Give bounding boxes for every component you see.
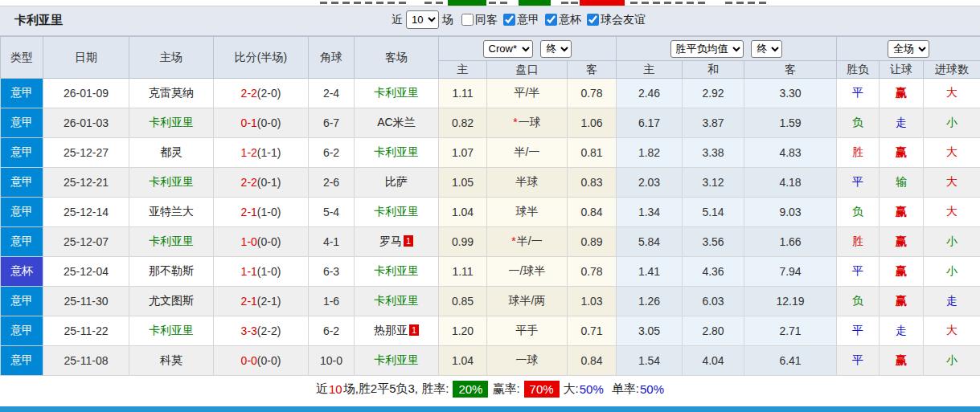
cell-handicap-result: 走	[880, 316, 924, 346]
filter-checkbox-2[interactable]	[545, 14, 557, 26]
europe-odds-select[interactable]: 胜平负均值	[670, 40, 744, 58]
bookmaker-select[interactable]: Crow*	[483, 40, 533, 58]
asian-home-odds: 1.11	[452, 265, 473, 278]
away-team-link[interactable]: 卡利亚里	[374, 86, 419, 99]
cell-asian-home-odds: 0.99	[439, 227, 487, 257]
cell-home-team: 卡利亚里	[129, 168, 214, 198]
corners-value: 6-2	[323, 146, 339, 159]
handicap-value: 半/一	[515, 145, 540, 158]
filter-checkbox-1[interactable]	[503, 14, 515, 26]
home-team-link[interactable]: 那不勒斯	[149, 264, 194, 277]
cell-score: 1-0(0-0)	[214, 227, 309, 257]
cell-avg-away-odds: 4.18	[744, 168, 837, 198]
cell-match-result: 平	[837, 257, 880, 287]
cell-score: 2-2(0-1)	[214, 168, 309, 198]
europe-time-select[interactable]: 终	[751, 40, 782, 58]
cell-corners: 6-2	[309, 316, 355, 346]
cell-score: 2-1(1-0)	[214, 198, 309, 227]
cell-avg-away-odds: 12.19	[744, 287, 837, 316]
match-history-panel: 卡利亚里 近 10 场 同客意甲意杯球会友谊 类型 日期 主场 比分(半场) 角…	[0, 0, 980, 412]
away-team-link[interactable]: 热那亚	[374, 324, 408, 337]
asian-time-select[interactable]: 终	[540, 40, 572, 58]
cell-avg-draw-odds: 5.14	[683, 198, 744, 227]
filter-item-2[interactable]: 意杯	[545, 13, 581, 27]
cell-goals-result: 走	[924, 287, 980, 316]
home-team-link[interactable]: 卡利亚里	[149, 235, 194, 247]
away-team-link[interactable]: 卡利亚里	[374, 264, 419, 277]
fulltime-score: 1-1	[241, 265, 257, 278]
away-team-link[interactable]: 卡利亚里	[374, 145, 419, 158]
cell-home-team: 卡利亚里	[129, 108, 214, 138]
home-team-link[interactable]: 尤文图斯	[149, 294, 194, 307]
table-row: 意甲 26-01-09 克雷莫纳 2-2(2-0) 2-4 卡利亚里 1.11 …	[1, 79, 980, 108]
away-team-link[interactable]: 比萨	[385, 175, 408, 188]
sub-header-avg-draw: 和	[683, 61, 744, 79]
filter-item-1[interactable]: 意甲	[503, 13, 539, 27]
cell-away-team: 卡利亚里	[355, 198, 439, 227]
avg-draw-odds: 2.92	[702, 87, 724, 100]
home-team-link[interactable]: 亚特兰大	[149, 205, 194, 218]
home-team-link[interactable]: 科莫	[160, 353, 182, 366]
handicap-result: 赢	[896, 145, 907, 158]
away-team-link[interactable]: 卡利亚里	[374, 353, 419, 366]
cell-date: 25-12-04	[43, 257, 129, 287]
home-team-link[interactable]: 克雷莫纳	[149, 86, 194, 99]
cell-match-result: 平	[837, 79, 880, 108]
recent-games-select[interactable]: 10	[406, 10, 439, 29]
cell-asian-away-odds: 0.71	[568, 316, 617, 346]
match-date: 25-12-04	[64, 265, 109, 278]
strip-text-fragment	[320, 2, 327, 4]
asian-home-odds: 1.04	[452, 354, 474, 367]
cell-avg-home-odds: 2.46	[617, 79, 683, 108]
cell-score: 2-1(2-1)	[214, 287, 309, 316]
avg-away-odds: 7.94	[779, 265, 801, 278]
filter-item-0[interactable]: 同客	[461, 13, 498, 27]
goals-result: 大	[946, 205, 957, 218]
cell-goals-result: 小	[924, 346, 980, 376]
asian-home-odds: 1.11	[452, 87, 473, 100]
sub-header-avg-away: 客	[744, 61, 837, 79]
away-team-link[interactable]: 卡利亚里	[374, 294, 419, 307]
cell-asian-handicap: *平/半	[487, 79, 568, 108]
filter-checkbox-0[interactable]	[461, 14, 474, 26]
competition-label: 意甲	[10, 294, 33, 307]
cell-date: 25-12-21	[43, 168, 129, 198]
away-team-link[interactable]: 卡利亚里	[374, 205, 419, 218]
filter-checkbox-3[interactable]	[587, 14, 599, 26]
asian-odds-header: Crow* 终	[439, 37, 617, 61]
scope-select[interactable]: 全场	[888, 40, 929, 58]
cell-home-team: 科莫	[129, 346, 214, 376]
sub-header-avg-home: 主	[617, 61, 683, 79]
away-team-link[interactable]: AC米兰	[377, 116, 415, 128]
home-team-link[interactable]: 卡利亚里	[149, 116, 194, 128]
filter-item-3[interactable]: 球会友谊	[587, 13, 646, 27]
asian-away-odds: 0.81	[580, 146, 602, 159]
strip-text-fragment	[354, 2, 361, 4]
strip-text-fragment	[424, 2, 432, 4]
cell-handicap-result: 赢	[880, 287, 924, 316]
near-label: 近	[392, 13, 403, 27]
strip-text-fragment	[653, 2, 660, 4]
cell-asian-home-odds: 0.85	[439, 287, 487, 316]
table-row: 意甲 25-12-07 卡利亚里 1-0(0-0) 4-1 罗马1 0.99 *…	[1, 227, 980, 257]
cell-competition: 意甲	[1, 168, 43, 198]
sub-header-asian-away: 客	[568, 61, 617, 79]
away-team-link[interactable]: 罗马	[379, 235, 402, 247]
handicap-changed-icon: *	[511, 235, 515, 247]
cell-score: 1-1(1-0)	[214, 257, 309, 287]
sub-header-result: 胜负	[837, 61, 880, 79]
handicap-value: 球半	[516, 205, 539, 218]
asian-home-odds: 1.07	[452, 146, 474, 159]
cell-handicap-result: 输	[880, 168, 924, 198]
cell-avg-draw-odds: 4.36	[683, 257, 744, 287]
cell-avg-draw-odds: 3.56	[683, 227, 744, 257]
home-team-link[interactable]: 卡利亚里	[149, 324, 194, 337]
strip-text-fragment	[331, 2, 338, 4]
home-team-link[interactable]: 卡利亚里	[149, 175, 194, 188]
handicap-result: 赢	[896, 353, 907, 366]
avg-draw-odds: 6.03	[702, 295, 724, 308]
cell-date: 26-01-03	[43, 108, 129, 138]
asian-away-odds: 0.84	[580, 354, 602, 367]
red-card-badge: 1	[404, 235, 413, 247]
home-team-link[interactable]: 都灵	[160, 145, 182, 158]
